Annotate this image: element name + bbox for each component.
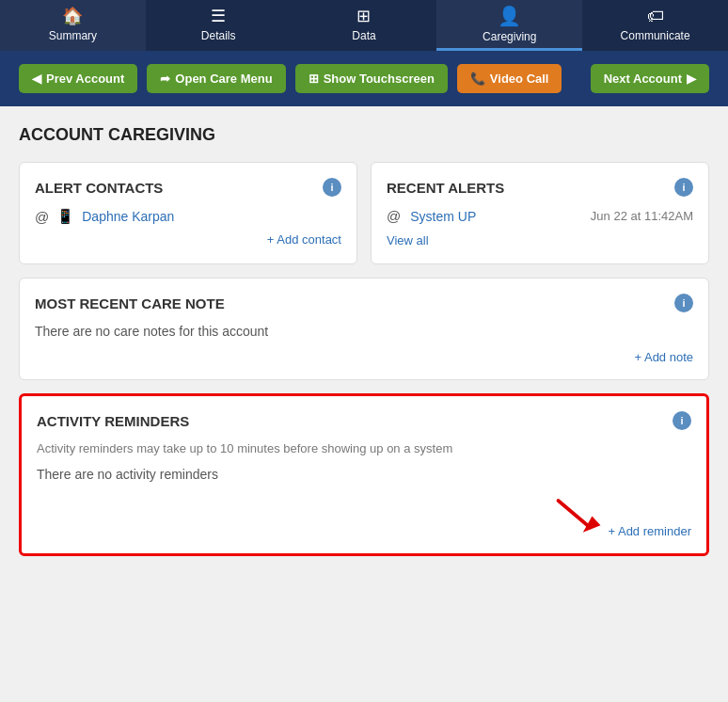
alert-contacts-header: ALERT CONTACTS i (35, 178, 341, 197)
nav-caregiving[interactable]: 👤 Caregiving (436, 0, 582, 51)
next-chevron-icon: ▶ (687, 72, 696, 86)
arrow-container: + Add reminder (37, 491, 691, 538)
alert-contacts-card: ALERT CONTACTS i @ 📱 Daphne Karpan + Add… (19, 162, 357, 264)
video-call-button[interactable]: 📞 Video Call (457, 64, 562, 93)
nav-details-label: Details (201, 29, 236, 42)
prev-account-button[interactable]: ◀ Prev Account (19, 64, 137, 93)
top-nav: 🏠 Summary ☰ Details ⊞ Data 👤 Caregiving … (0, 0, 728, 51)
contact-row: @ 📱 Daphne Karpan (35, 208, 341, 225)
alert-at-icon: @ (387, 208, 401, 224)
alert-system-link[interactable]: System UP (410, 209, 476, 224)
activity-reminders-title: ACTIVITY REMINDERS (37, 413, 189, 429)
alert-contacts-title: ALERT CONTACTS (35, 180, 163, 196)
show-touchscreen-button[interactable]: ⊞ Show Touchscreen (295, 64, 448, 93)
no-reminders-text: There are no activity reminders (37, 467, 691, 482)
grid-icon: ⊞ (309, 72, 319, 86)
communicate-icon: 🏷 (647, 7, 664, 26)
alert-time: Jun 22 at 11:42AM (591, 209, 693, 223)
reminder-subtitle: Activity reminders may take up to 10 min… (37, 441, 691, 455)
mobile-icon: 📱 (56, 208, 74, 225)
video-call-label: Video Call (490, 72, 549, 86)
nav-data-label: Data (352, 29, 375, 42)
section-title: ACCOUNT CAREGIVING (19, 125, 709, 145)
show-touchscreen-label: Show Touchscreen (324, 72, 435, 86)
alert-row: @ System UP Jun 22 at 11:42AM (387, 208, 693, 224)
red-arrow-icon (551, 491, 608, 538)
care-note-info-icon[interactable]: i (674, 294, 693, 312)
svg-line-0 (559, 501, 591, 528)
view-all-link[interactable]: View all (387, 233, 429, 247)
activity-reminders-header: ACTIVITY REMINDERS i (37, 411, 691, 430)
care-note-text: There are no care notes for this account (35, 324, 693, 339)
nav-summary-label: Summary (49, 29, 97, 42)
next-account-button[interactable]: Next Account ▶ (591, 64, 709, 93)
open-care-menu-label: Open Care Menu (175, 72, 272, 86)
care-note-card: MOST RECENT CARE NOTE i There are no car… (19, 278, 709, 380)
next-account-label: Next Account (604, 72, 682, 86)
nav-data[interactable]: ⊞ Data (292, 0, 437, 51)
care-note-header: MOST RECENT CARE NOTE i (35, 294, 693, 312)
nav-communicate[interactable]: 🏷 Communicate (582, 0, 728, 51)
open-care-icon: ➦ (160, 72, 170, 86)
recent-alerts-header: RECENT ALERTS i (387, 178, 693, 197)
add-contact-link[interactable]: + Add contact (35, 232, 341, 247)
home-icon: 🏠 (62, 6, 83, 26)
nav-communicate-label: Communicate (621, 29, 690, 42)
toolbar: ◀ Prev Account ➦ Open Care Menu ⊞ Show T… (0, 51, 728, 106)
prev-account-label: Prev Account (46, 72, 124, 86)
nav-summary[interactable]: 🏠 Summary (0, 0, 146, 51)
alert-contacts-info-icon[interactable]: i (323, 178, 341, 197)
contact-name-link[interactable]: Daphne Karpan (82, 209, 174, 224)
recent-alerts-card: RECENT ALERTS i @ System UP Jun 22 at 11… (371, 162, 709, 264)
nav-details[interactable]: ☰ Details (146, 0, 292, 51)
activity-reminders-card: ACTIVITY REMINDERS i Activity reminders … (19, 393, 709, 556)
add-note-link[interactable]: + Add note (35, 350, 693, 364)
recent-alerts-info-icon[interactable]: i (674, 178, 693, 197)
open-care-menu-button[interactable]: ➦ Open Care Menu (147, 64, 285, 93)
caregiving-icon: 👤 (498, 5, 521, 27)
main-content: ACCOUNT CAREGIVING ALERT CONTACTS i @ 📱 … (0, 106, 728, 588)
prev-chevron-icon: ◀ (32, 72, 41, 86)
cards-row: ALERT CONTACTS i @ 📱 Daphne Karpan + Add… (19, 162, 709, 264)
activity-reminders-info-icon[interactable]: i (673, 411, 691, 430)
data-icon: ⊞ (356, 6, 371, 26)
at-icon: @ (35, 209, 49, 225)
add-reminder-link[interactable]: + Add reminder (608, 524, 691, 538)
phone-icon: 📞 (470, 72, 485, 86)
details-icon: ☰ (211, 6, 226, 26)
recent-alerts-title: RECENT ALERTS (387, 180, 504, 196)
nav-caregiving-label: Caregiving (483, 30, 536, 43)
care-note-title: MOST RECENT CARE NOTE (35, 295, 225, 311)
